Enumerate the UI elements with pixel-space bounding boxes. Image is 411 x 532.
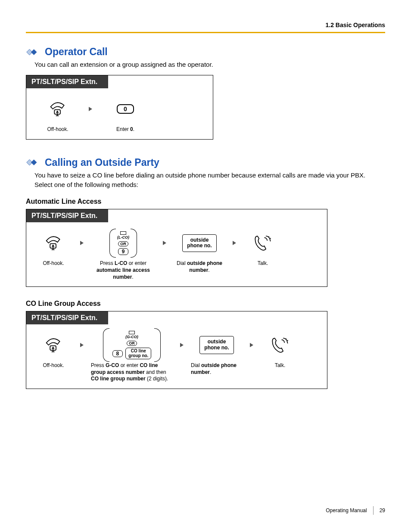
section-heading-operator-call: Operator Call [26, 46, 385, 58]
step-caption: Enter 0. [116, 126, 134, 133]
section-title: Calling an Outside Party [45, 157, 159, 168]
step-caption: Off-hook. [43, 260, 64, 267]
svg-point-13 [270, 238, 271, 239]
offhook-icon [44, 332, 63, 358]
phoneno-box-icon: outside phone no. [182, 230, 216, 256]
talk-icon [270, 332, 290, 358]
arrow-icon [177, 332, 187, 358]
svg-point-12 [268, 236, 269, 237]
section-intro: You can call an extension or a group ass… [34, 60, 385, 69]
divider [26, 32, 385, 33]
key-icon: 8 [112, 350, 123, 357]
button-icon [120, 231, 126, 235]
device-tab: PT/SLT/PS/SIP Extn. [26, 311, 108, 324]
offhook-icon [44, 230, 63, 256]
section-intro: You have to seize a CO line before diali… [34, 171, 385, 180]
arrow-icon [77, 332, 87, 358]
talk-icon [253, 230, 273, 256]
arrow-icon [230, 230, 239, 256]
svg-marker-1 [31, 49, 37, 55]
step-caption: Talk. [275, 362, 286, 369]
step-caption: Talk. [258, 260, 268, 267]
option-bracket: (L-CO) OR 9 [109, 229, 137, 258]
arrow-icon [77, 230, 87, 256]
subheading-auto-line: Automatic Line Access [26, 198, 385, 205]
button-icon [129, 331, 135, 334]
step-caption: Dial outside phone number. [174, 260, 225, 274]
svg-point-20 [287, 340, 288, 341]
svg-point-19 [286, 339, 286, 339]
svg-marker-17 [180, 343, 184, 347]
offhook-icon [48, 96, 67, 122]
page-footer: Operating Manual 29 [326, 506, 385, 515]
footer-manual-name: Operating Manual [326, 507, 367, 513]
section-intro: Select one of the following methods: [34, 180, 385, 189]
or-pill: OR [118, 241, 128, 246]
co-line-group-box: CO linegroup no. [125, 348, 151, 359]
step-caption: Dial outside phone number. [191, 362, 243, 376]
key-icon: 9 [118, 248, 129, 255]
subheading-co-line-group: CO Line Group Access [26, 300, 385, 308]
svg-marker-18 [250, 343, 253, 347]
device-tab: PT/SLT/PS/SIP Extn. [26, 75, 108, 88]
arrow-icon [86, 96, 95, 122]
lco-label: (L-CO) [117, 235, 129, 240]
section-title: Operator Call [45, 46, 108, 58]
svg-marker-9 [80, 241, 84, 245]
or-pill: OR [127, 341, 137, 346]
svg-marker-11 [233, 241, 236, 245]
step-caption: Press L-CO or enter automatic line acces… [91, 260, 156, 280]
gco-label: (G-CO) [125, 335, 138, 339]
step-caption: Press G-CO or enter CO line group access… [91, 362, 173, 383]
svg-marker-10 [163, 241, 166, 245]
footer-page-number: 29 [380, 507, 385, 513]
section-heading-outside-party: Calling an Outside Party [26, 157, 385, 168]
phoneno-box-icon: outside phone no. [199, 332, 234, 358]
diamond-icon [26, 48, 40, 56]
procedure-box-auto-line: PT/SLT/PS/SIP Extn. Off-hook. [26, 209, 327, 287]
svg-marker-4 [89, 107, 92, 111]
step-caption: Off-hook. [43, 362, 64, 369]
breadcrumb: 1.2 Basic Operations [26, 22, 385, 28]
step-caption: Off-hook. [47, 126, 68, 133]
key-icon: 0 [117, 96, 134, 122]
procedure-box-co-line: PT/SLT/PS/SIP Extn. Off-hook. [26, 311, 327, 389]
procedure-box-operator: PT/SLT/PS/SIP Extn. Off-hook. 0 [26, 75, 213, 140]
footer-divider [373, 506, 374, 515]
svg-marker-6 [31, 160, 37, 166]
diamond-icon [26, 159, 40, 166]
arrow-icon [160, 230, 169, 256]
option-bracket: (G-CO) OR 8 CO linegroup no. [103, 328, 161, 362]
device-tab: PT/SLT/PS/SIP Extn. [26, 209, 108, 222]
arrow-icon [247, 332, 256, 358]
svg-marker-16 [80, 343, 84, 347]
